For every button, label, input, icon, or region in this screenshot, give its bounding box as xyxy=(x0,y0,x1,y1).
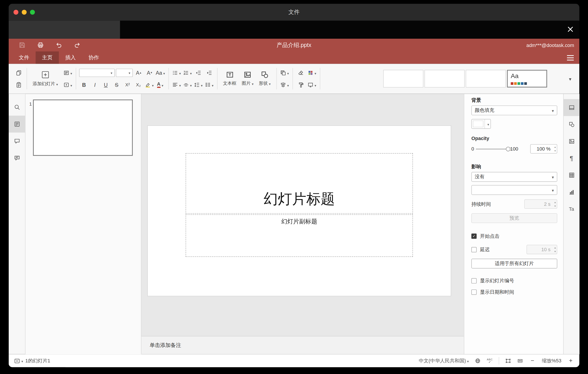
vertical-align-button[interactable] xyxy=(182,80,192,90)
save-button[interactable] xyxy=(19,42,25,48)
bold-button[interactable]: B xyxy=(79,80,89,90)
chevron-down-icon xyxy=(569,75,571,82)
slide-size-button[interactable] xyxy=(307,80,317,90)
insert-image-button[interactable]: 图片 xyxy=(239,71,256,87)
horizontal-align-button[interactable] xyxy=(172,80,181,90)
tab-insert[interactable]: 插入 xyxy=(59,51,82,64)
arrange-group xyxy=(277,64,292,93)
theme-option-2[interactable] xyxy=(424,70,465,88)
line-spacing-button[interactable] xyxy=(193,80,203,90)
effect-select[interactable]: 没有 xyxy=(471,172,557,182)
search-panel-button[interactable] xyxy=(9,99,25,116)
show-date-time-checkbox[interactable] xyxy=(471,289,476,295)
add-slide-button[interactable]: 添加幻灯片 xyxy=(30,70,61,87)
close-icon[interactable] xyxy=(567,26,574,33)
increase-font-size-button[interactable]: A xyxy=(134,68,143,78)
subtitle-placeholder[interactable]: 幻灯片副标题 xyxy=(186,214,413,257)
font-name-combobox[interactable] xyxy=(79,68,114,77)
textart-settings-button[interactable]: Ta xyxy=(564,200,579,217)
slides-panel-button[interactable] xyxy=(9,116,25,133)
font-color-button[interactable]: A xyxy=(155,80,165,90)
bullet-list-button[interactable] xyxy=(172,68,181,78)
minimize-window-button[interactable] xyxy=(22,10,27,15)
start-on-click-checkbox[interactable] xyxy=(471,233,476,239)
fit-to-width-button[interactable] xyxy=(517,358,523,364)
shape-settings-button[interactable] xyxy=(564,116,579,133)
copy-button[interactable] xyxy=(14,68,24,78)
change-case-button[interactable]: Aa xyxy=(156,68,165,78)
chat-panel-button[interactable] xyxy=(9,149,25,166)
effect-option-select[interactable] xyxy=(471,185,557,195)
columns-button[interactable] xyxy=(204,80,214,90)
apply-to-all-slides-button[interactable]: 适用于所有幻灯片 xyxy=(471,259,557,269)
background-section-label: 背景 xyxy=(471,97,557,104)
opacity-slider[interactable] xyxy=(476,149,508,149)
underline-button[interactable]: U xyxy=(101,80,111,90)
copy-style-button[interactable] xyxy=(296,80,306,90)
redo-button[interactable] xyxy=(74,42,81,48)
undo-button[interactable] xyxy=(55,42,62,48)
slide-layout-button[interactable] xyxy=(63,68,73,78)
show-slide-number-checkbox[interactable] xyxy=(471,278,476,284)
color-swatch xyxy=(473,121,483,127)
chevron-down-icon xyxy=(212,82,214,88)
slide-1[interactable]: 幻灯片标题 幻灯片副标题 xyxy=(148,126,451,296)
zoom-out-button[interactable]: − xyxy=(529,357,536,364)
title-placeholder[interactable]: 幻灯片标题 xyxy=(186,153,413,214)
preview-button[interactable]: 预览 xyxy=(471,213,557,223)
start-slideshow-button[interactable] xyxy=(63,80,73,90)
arrange-shapes-button[interactable] xyxy=(280,68,290,78)
theme-option-selected[interactable]: Aa xyxy=(507,70,547,88)
tab-collaboration[interactable]: 协作 xyxy=(82,51,105,64)
image-settings-button[interactable] xyxy=(564,133,579,150)
slider-knob[interactable] xyxy=(506,146,511,151)
insert-textbox-button[interactable]: 文本框 xyxy=(220,71,239,87)
notes-area[interactable]: 单击添加备注 xyxy=(141,336,464,354)
decrease-font-size-button[interactable]: A xyxy=(145,68,154,78)
tab-home[interactable]: 主页 xyxy=(35,51,59,64)
slide-thumbnail-1[interactable] xyxy=(33,99,133,156)
theme-option-1[interactable] xyxy=(383,70,423,88)
slide-settings-button[interactable] xyxy=(564,99,579,116)
fit-width-icon xyxy=(517,358,523,364)
language-selector[interactable]: 中文(中华人民共和国) xyxy=(419,357,469,364)
close-window-button[interactable] xyxy=(13,10,18,15)
print-button[interactable] xyxy=(37,42,44,48)
fit-to-slide-button[interactable] xyxy=(505,358,511,364)
fill-type-select[interactable]: 颜色填充 xyxy=(471,106,557,115)
align-shapes-button[interactable] xyxy=(280,80,290,90)
slide-canvas[interactable]: 幻灯片标题 幻灯片副标题 xyxy=(141,94,464,336)
superscript-button[interactable]: X² xyxy=(123,80,133,90)
insert-shape-button[interactable]: 形状 xyxy=(256,71,273,87)
increase-indent-button[interactable] xyxy=(204,68,214,78)
font-size-combobox[interactable] xyxy=(116,68,133,77)
decrease-indent-button[interactable] xyxy=(193,68,203,78)
menu-button[interactable] xyxy=(567,51,574,64)
document-language-button[interactable] xyxy=(475,358,481,364)
fill-color-picker[interactable] xyxy=(471,119,491,129)
table-settings-button[interactable] xyxy=(564,167,579,184)
theme-option-3[interactable] xyxy=(466,70,506,88)
numbered-list-button[interactable] xyxy=(182,68,192,78)
theme-gallery-expand-button[interactable] xyxy=(565,73,574,84)
delay-checkbox[interactable] xyxy=(471,247,476,252)
italic-button[interactable]: I xyxy=(90,80,100,90)
subscript-button[interactable]: X₂ xyxy=(134,80,143,90)
chart-settings-button[interactable] xyxy=(564,184,579,201)
start-slideshow-statusbar-button[interactable] xyxy=(14,358,23,364)
strikethrough-button[interactable]: S xyxy=(112,80,122,90)
spinner-arrows-icon[interactable] xyxy=(555,146,556,152)
spellcheck-button[interactable] xyxy=(487,358,493,364)
comments-panel-button[interactable] xyxy=(9,133,25,150)
slide-count-status: 1的幻灯片1 xyxy=(25,357,50,364)
left-icon-sidebar xyxy=(9,94,26,354)
paragraph-settings-button[interactable]: ¶ xyxy=(564,150,579,167)
tab-file[interactable]: 文件 xyxy=(12,51,35,64)
opacity-spinner[interactable]: 100 % xyxy=(530,144,557,154)
paste-button[interactable] xyxy=(14,80,24,90)
zoom-window-button[interactable] xyxy=(30,10,35,15)
highlight-color-button[interactable] xyxy=(144,80,154,90)
color-scheme-button[interactable] xyxy=(307,68,317,78)
zoom-in-button[interactable]: + xyxy=(567,357,574,364)
clear-style-button[interactable] xyxy=(296,68,306,78)
